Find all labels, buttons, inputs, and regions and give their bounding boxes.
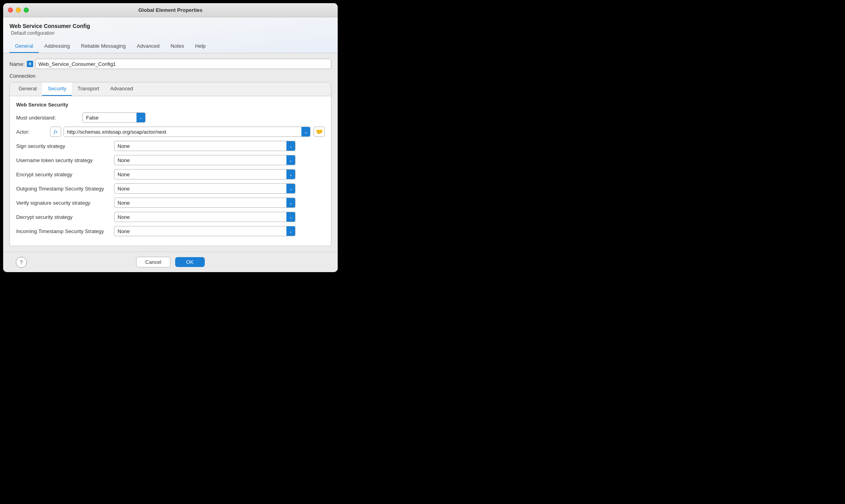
content-area: Name: B Connection General Security Tran… <box>3 53 338 252</box>
tab-general[interactable]: General <box>9 41 39 53</box>
chevron-down-icon: ⌄ <box>304 130 307 134</box>
dialog-window: Global Element Properties Web Service Co… <box>3 3 338 272</box>
username-token-dropdown-btn[interactable]: ⌄ <box>286 155 295 165</box>
traffic-lights <box>8 7 29 13</box>
tab-reliable-messaging[interactable]: Reliable Messaging <box>75 41 131 53</box>
must-understand-row: Must understand: False ⌄ <box>16 112 325 123</box>
encrypt-security-select[interactable]: None ⌄ <box>114 169 295 179</box>
expression-icon: 🤝 <box>316 128 323 135</box>
chevron-down-icon: ⌄ <box>289 172 292 177</box>
chevron-down-icon: ⌄ <box>289 215 292 219</box>
tab-addressing[interactable]: Addressing <box>39 41 75 53</box>
maximize-button[interactable] <box>24 7 29 13</box>
top-tabs: General Addressing Reliable Messaging Ad… <box>9 41 331 53</box>
outgoing-timestamp-value: None <box>114 186 286 192</box>
actor-dropdown-btn[interactable]: ⌄ <box>301 127 310 136</box>
must-understand-label: Must understand: <box>16 115 79 121</box>
username-token-value: None <box>114 157 286 163</box>
dialog-title: Global Element Properties <box>138 7 203 13</box>
actor-label: Actor: <box>16 129 48 135</box>
incoming-timestamp-label: Incoming Timestamp Security Strategy <box>16 228 111 234</box>
ws-security-panel: Web Service Security Must understand: Fa… <box>10 96 331 246</box>
incoming-timestamp-value: None <box>114 228 286 234</box>
chevron-down-icon: ⌄ <box>289 229 292 233</box>
ws-security-title: Web Service Security <box>16 102 325 108</box>
strategy-row-1: Username token security strategy None ⌄ <box>16 155 325 165</box>
username-token-select[interactable]: None ⌄ <box>114 155 295 165</box>
inner-tab-advanced[interactable]: Advanced <box>105 82 138 96</box>
encrypt-security-dropdown-btn[interactable]: ⌄ <box>286 169 295 179</box>
header-area: Web Service Consumer Config Default conf… <box>3 17 338 53</box>
close-button[interactable] <box>8 7 13 13</box>
encrypt-security-value: None <box>114 172 286 177</box>
must-understand-value: False <box>83 115 136 121</box>
inner-tabs: General Security Transport Advanced <box>10 82 331 96</box>
cancel-button[interactable]: Cancel <box>136 257 170 267</box>
strategy-row-0: Sign security strategy None ⌄ <box>16 141 325 151</box>
chevron-down-icon: ⌄ <box>289 201 292 205</box>
name-label: Name: <box>9 61 24 67</box>
chevron-down-icon: ⌄ <box>289 187 292 191</box>
outgoing-timestamp-select[interactable]: None ⌄ <box>114 183 295 194</box>
strategy-row-5: Decrypt security strategy None ⌄ <box>16 212 325 222</box>
help-button[interactable]: ? <box>16 257 27 268</box>
inner-tab-general[interactable]: General <box>13 82 42 96</box>
name-row: Name: B <box>9 59 331 69</box>
must-understand-select[interactable]: False ⌄ <box>82 112 146 123</box>
actor-expression-button[interactable]: 🤝 <box>314 127 325 137</box>
config-title: Web Service Consumer Config <box>9 23 331 29</box>
verify-signature-select[interactable]: None ⌄ <box>114 198 295 208</box>
decrypt-security-select[interactable]: None ⌄ <box>114 212 295 222</box>
outgoing-timestamp-label: Outgoing Timestamp Security Strategy <box>16 186 111 192</box>
inner-tab-security[interactable]: Security <box>42 82 72 96</box>
ok-button[interactable]: OK <box>175 257 205 267</box>
incoming-timestamp-dropdown-btn[interactable]: ⌄ <box>286 226 295 236</box>
decrypt-security-value: None <box>114 214 286 220</box>
strategy-row-2: Encrypt security strategy None ⌄ <box>16 169 325 179</box>
sign-security-label: Sign security strategy <box>16 143 111 149</box>
actor-input-wrap: ⌄ <box>64 127 310 137</box>
outgoing-timestamp-dropdown-btn[interactable]: ⌄ <box>286 183 295 194</box>
footer-buttons: Cancel OK <box>136 257 204 267</box>
actor-row: Actor: fx ⌄ 🤝 <box>16 127 325 137</box>
titlebar: Global Element Properties <box>3 3 338 17</box>
verify-signature-dropdown-btn[interactable]: ⌄ <box>286 198 295 208</box>
incoming-timestamp-select[interactable]: None ⌄ <box>114 226 295 236</box>
chevron-down-icon: ⌄ <box>139 116 142 120</box>
inner-tab-transport[interactable]: Transport <box>72 82 105 96</box>
strategy-row-6: Incoming Timestamp Security Strategy Non… <box>16 226 325 236</box>
question-mark-icon: ? <box>20 259 23 265</box>
sign-security-dropdown-btn[interactable]: ⌄ <box>286 141 295 151</box>
strategy-row-4: Verify signature security strategy None … <box>16 198 325 208</box>
tab-help[interactable]: Help <box>190 41 211 53</box>
username-token-label: Username token security strategy <box>16 157 111 163</box>
sign-security-value: None <box>114 143 286 149</box>
footer-wrap: ? Cancel OK <box>9 257 331 267</box>
strategy-row-3: Outgoing Timestamp Security Strategy Non… <box>16 183 325 194</box>
tab-advanced[interactable]: Advanced <box>131 41 165 53</box>
name-input[interactable] <box>36 59 331 69</box>
dialog-footer: ? Cancel OK <box>3 252 338 272</box>
encrypt-security-label: Encrypt security strategy <box>16 172 111 177</box>
inner-panel: General Security Transport Advanced Web … <box>9 82 331 246</box>
sign-security-select[interactable]: None ⌄ <box>114 141 295 151</box>
chevron-down-icon: ⌄ <box>289 158 292 162</box>
connection-label: Connection <box>9 73 331 79</box>
verify-signature-label: Verify signature security strategy <box>16 200 111 206</box>
name-icon: B <box>27 61 33 67</box>
verify-signature-value: None <box>114 200 286 206</box>
config-subtitle: Default configuration <box>9 30 331 36</box>
decrypt-security-label: Decrypt security strategy <box>16 214 111 220</box>
minimize-button[interactable] <box>16 7 21 13</box>
fx-button[interactable]: fx <box>50 127 61 137</box>
chevron-down-icon: ⌄ <box>289 144 292 148</box>
actor-input[interactable] <box>64 127 301 136</box>
decrypt-security-dropdown-btn[interactable]: ⌄ <box>286 212 295 222</box>
fx-icon: fx <box>54 129 57 135</box>
tab-notes[interactable]: Notes <box>165 41 190 53</box>
must-understand-dropdown-btn[interactable]: ⌄ <box>136 112 145 123</box>
